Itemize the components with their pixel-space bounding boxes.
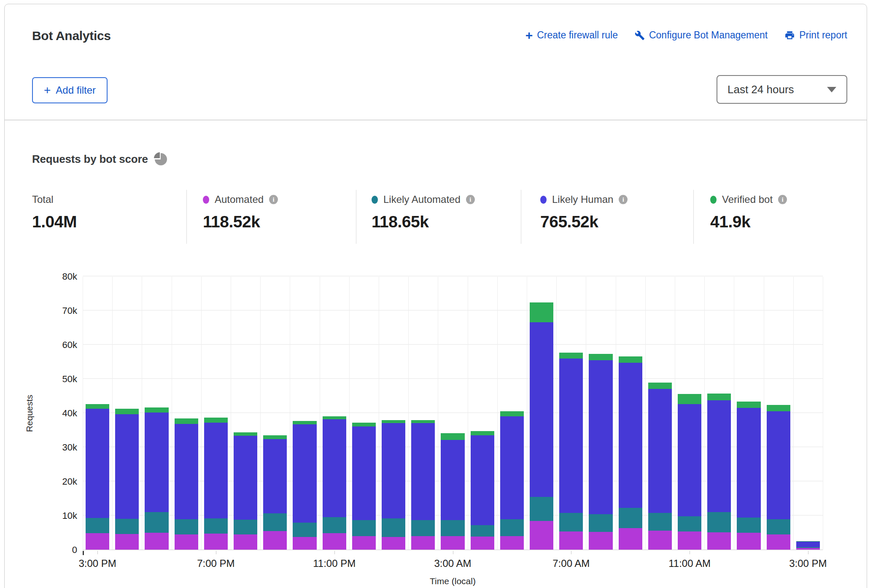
- stat-separator: [693, 190, 694, 244]
- page-title: Bot Analytics: [32, 29, 111, 43]
- bar-segment-automated: [707, 532, 731, 550]
- bar-segment-automated: [234, 534, 257, 550]
- bar-segment-likely-human: [471, 435, 494, 525]
- v-gridline: [408, 277, 409, 550]
- bar-segment-verified-bot: [175, 418, 198, 424]
- chart-bar-1[interactable]: [115, 409, 139, 550]
- bar-segment-likely-human: [293, 424, 316, 523]
- requests-by-bot-score-chart[interactable]: 3:00 PM7:00 PM11:00 PM3:00 AM7:00 AM11:0…: [83, 277, 823, 550]
- section-heading: Requests by bot score: [32, 153, 167, 166]
- likely-automated-legend-dot: [372, 196, 378, 204]
- bar-segment-automated: [530, 521, 553, 550]
- chart-bar-22[interactable]: [737, 402, 760, 550]
- bar-segment-likely-human: [234, 436, 257, 519]
- bar-segment-verified-bot: [648, 383, 672, 389]
- chart-bar-12[interactable]: [441, 433, 464, 550]
- v-gridline: [201, 277, 202, 550]
- chart-bar-8[interactable]: [323, 416, 346, 550]
- chart-bar-24[interactable]: [796, 541, 820, 550]
- chart-bar-20[interactable]: [678, 394, 701, 550]
- chart-bar-13[interactable]: [471, 431, 494, 550]
- bar-segment-likely-human: [382, 423, 405, 518]
- chart-bar-14[interactable]: [500, 411, 524, 550]
- chart-bar-3[interactable]: [175, 418, 198, 550]
- bar-segment-likely-human: [145, 413, 168, 512]
- bar-segment-verified-bot: [678, 394, 701, 404]
- chart-bar-6[interactable]: [263, 435, 287, 550]
- verified-bot-legend-dot: [710, 196, 717, 204]
- bar-segment-likely-automated: [323, 517, 346, 533]
- bar-segment-verified-bot: [352, 423, 376, 427]
- v-gridline: [83, 277, 83, 550]
- add-filter-label: Add filter: [56, 84, 96, 96]
- stat-verified-bot-label: Verified bot: [722, 194, 773, 205]
- x-tick-mark: [690, 551, 690, 554]
- chart-bar-17[interactable]: [589, 354, 612, 550]
- chart-bar-9[interactable]: [352, 423, 376, 550]
- chart-bar-19[interactable]: [648, 383, 672, 550]
- time-range-dropdown[interactable]: Last 24 hours: [717, 75, 847, 104]
- stat-automated-value: 118.52k: [203, 213, 278, 231]
- stat-verified-bot-value: 41.9k: [710, 213, 787, 231]
- v-gridline: [497, 277, 498, 550]
- v-gridline: [734, 277, 734, 550]
- bar-segment-verified-bot: [619, 356, 642, 363]
- bar-segment-verified-bot: [559, 353, 583, 359]
- info-icon[interactable]: i: [778, 195, 787, 204]
- stat-total-label: Total: [32, 194, 54, 205]
- info-icon[interactable]: i: [466, 195, 475, 204]
- bar-segment-verified-bot: [263, 435, 287, 439]
- chart-bar-11[interactable]: [411, 420, 435, 550]
- stat-likely-automated-label: Likely Automated: [383, 194, 461, 205]
- x-axis-title: Time (local): [430, 576, 476, 586]
- bar-segment-likely-human: [559, 359, 583, 512]
- bar-segment-likely-automated: [86, 518, 109, 533]
- bar-segment-likely-human: [737, 408, 760, 518]
- v-gridline: [231, 277, 231, 550]
- chart-bar-18[interactable]: [619, 356, 642, 550]
- bar-segment-likely-human: [678, 404, 701, 516]
- y-tick-label: 60k: [62, 340, 77, 351]
- stat-automated: Automated i 118.52k: [203, 193, 278, 231]
- bar-segment-likely-automated: [204, 518, 228, 534]
- v-gridline: [823, 277, 823, 550]
- bar-segment-likely-human: [796, 542, 820, 547]
- x-tick-label: 11:00 PM: [313, 558, 356, 569]
- chart-bar-10[interactable]: [382, 420, 405, 550]
- chart-bar-21[interactable]: [707, 394, 731, 550]
- stat-likely-human: Likely Human i 765.52k: [540, 193, 628, 231]
- info-icon[interactable]: i: [619, 195, 628, 204]
- print-report-link[interactable]: Print report: [784, 30, 847, 41]
- v-gridline: [349, 277, 350, 550]
- chart-bar-5[interactable]: [234, 432, 257, 550]
- bar-segment-verified-bot: [767, 405, 790, 411]
- print-report-label: Print report: [799, 30, 847, 41]
- y-axis-tick-labels: 010k20k30k40k50k60k70k80k: [30, 277, 77, 550]
- configure-bot-management-link[interactable]: Configure Bot Management: [635, 30, 768, 41]
- create-firewall-rule-link[interactable]: + Create firewall rule: [525, 30, 618, 41]
- bar-segment-verified-bot: [441, 433, 464, 440]
- bar-segment-likely-automated: [678, 516, 701, 531]
- v-gridline: [172, 277, 172, 550]
- y-tick-label: 0: [72, 545, 77, 556]
- y-tick-label: 30k: [62, 442, 77, 453]
- chart-bar-2[interactable]: [145, 407, 168, 550]
- bar-segment-automated: [589, 532, 612, 550]
- v-gridline: [379, 277, 379, 550]
- bar-segment-automated: [204, 534, 228, 550]
- chart-bar-23[interactable]: [767, 405, 790, 550]
- bar-segment-automated: [323, 533, 346, 550]
- add-filter-button[interactable]: + Add filter: [32, 77, 108, 103]
- bar-segment-likely-human: [441, 440, 464, 520]
- chart-bar-4[interactable]: [204, 418, 228, 550]
- bar-segment-verified-bot: [707, 394, 731, 400]
- v-gridline: [438, 277, 438, 550]
- chart-bar-16[interactable]: [559, 353, 583, 550]
- v-gridline: [793, 277, 794, 550]
- info-icon[interactable]: i: [269, 195, 278, 204]
- chart-bar-0[interactable]: [86, 404, 109, 550]
- bar-segment-likely-human: [767, 411, 790, 519]
- chart-bar-7[interactable]: [293, 421, 316, 550]
- chart-bar-15[interactable]: [530, 302, 553, 550]
- bar-segment-likely-human: [589, 360, 612, 514]
